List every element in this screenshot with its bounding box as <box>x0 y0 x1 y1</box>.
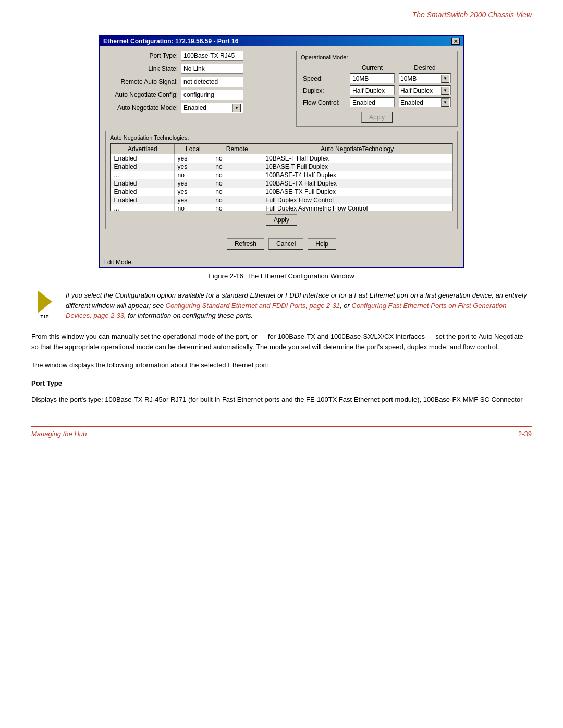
autoneg-cell-advertised: Enabled <box>111 188 175 196</box>
op-apply-row: Apply <box>301 112 453 123</box>
op-flow-desired: Enabled <box>400 99 423 106</box>
op-mode-table: Current Desired Speed: 10MB 10MB <box>301 63 453 108</box>
page-footer: Managing the Hub 2-39 <box>31 426 532 438</box>
refresh-button[interactable]: Refresh <box>227 238 264 250</box>
auto-neg-config-row: Auto Negotiate Config: configuring <box>105 90 291 100</box>
auto-neg-config-value: configuring <box>181 90 243 100</box>
page-header: The SmartSwitch 2000 Chassis View <box>31 10 532 22</box>
link-state-row: Link State: No Link <box>105 64 291 74</box>
footer-right: 2-39 <box>518 430 532 438</box>
autoneg-cell-local: no <box>174 171 212 179</box>
autoneg-header-row: Advertised Local Remote Auto NegotiateTe… <box>111 144 452 154</box>
op-speed-arrow[interactable]: ▼ <box>441 75 449 83</box>
op-flow-arrow[interactable]: ▼ <box>441 98 449 107</box>
op-desired-header: Desired <box>397 63 453 72</box>
op-speed-desired-cell: 10MB ▼ <box>397 72 453 84</box>
autoneg-cell-remote: no <box>212 196 262 204</box>
dialog-body: Port Type: 100Base-TX RJ45 Link State: N… <box>100 46 463 257</box>
autoneg-row: ...nono100BASE-T4 Half Duplex <box>111 171 452 179</box>
tip-end-text: , for information on configuring these p… <box>124 312 253 319</box>
tip-label: TIP <box>40 314 49 319</box>
tip-arrow-shape <box>38 290 52 313</box>
op-current-header: Current <box>348 63 397 72</box>
autoneg-cell-remote: no <box>212 188 262 196</box>
autoneg-cell-technology: 100BASE-TX Full Duplex <box>262 188 452 196</box>
op-speed-row: Speed: 10MB 10MB ▼ <box>301 72 453 84</box>
op-speed-label: Speed: <box>301 72 348 84</box>
auto-neg-mode-select[interactable]: Enabled ▼ <box>181 103 243 113</box>
cancel-button[interactable]: Cancel <box>268 238 303 250</box>
autoneg-row: ...nonoFull Duplex Asymmetric Flow Contr… <box>111 204 452 211</box>
auto-neg-config-label: Auto Negotiate Config: <box>105 91 181 98</box>
close-button[interactable]: ✕ <box>451 38 460 45</box>
autoneg-cell-remote: no <box>212 154 262 163</box>
autoneg-cell-advertised: ... <box>111 204 175 211</box>
autoneg-cell-remote: no <box>212 204 262 211</box>
port-type-row: Port Type: 100Base-TX RJ45 <box>105 51 291 61</box>
port-type-heading: Port Type <box>31 379 532 387</box>
autoneg-apply-row: Apply <box>110 214 453 226</box>
autoneg-cell-local: no <box>174 204 212 211</box>
dialog-title-text: Ethernet Configuration: 172.19.56.59 - P… <box>103 38 238 45</box>
op-flow-desired-cell: Enabled ▼ <box>397 96 453 108</box>
auto-neg-mode-row: Auto Negotiate Mode: Enabled ▼ <box>105 103 291 113</box>
autoneg-tbody: Enabledyesno10BASE-T Half DuplexEnabledy… <box>111 154 452 212</box>
autoneg-section: Auto Negotiation Technologies: Advertise… <box>105 131 458 229</box>
dialog-titlebar: Ethernet Configuration: 172.19.56.59 - P… <box>100 36 463 46</box>
autoneg-col-local: Local <box>174 144 212 154</box>
top-section: Port Type: 100Base-TX RJ45 Link State: N… <box>105 51 458 127</box>
autoneg-cell-technology: Full Duplex Asymmetric Flow Control <box>262 204 452 211</box>
autoneg-row: Enabledyesno100BASE-TX Full Duplex <box>111 188 452 196</box>
autoneg-cell-technology: Full Duplex Flow Control <box>262 196 452 204</box>
autoneg-row: Enabledyesno100BASE-TX Half Duplex <box>111 179 452 188</box>
remote-auto-value: not detected <box>181 77 243 87</box>
port-type-label: Port Type: <box>105 52 181 59</box>
autoneg-cell-advertised: Enabled <box>111 163 175 171</box>
autoneg-table-container[interactable]: Advertised Local Remote Auto NegotiateTe… <box>110 143 453 211</box>
autoneg-cell-remote: no <box>212 179 262 188</box>
figure-caption: Figure 2-16. The Ethernet Configuration … <box>209 272 354 280</box>
tip-middle-text: , or <box>340 302 351 310</box>
autoneg-cell-local: yes <box>174 188 212 196</box>
auto-neg-mode-label: Auto Negotiate Mode: <box>105 104 181 112</box>
port-type-section: Port Type Displays the port's type: 100B… <box>31 379 532 405</box>
tip-link1[interactable]: Configuring Standard Ethernet and FDDI P… <box>166 302 340 310</box>
auto-neg-mode-value: Enabled <box>183 104 206 112</box>
op-apply-button[interactable]: Apply <box>361 112 393 123</box>
op-flow-label: Flow Control: <box>301 96 348 108</box>
left-fields: Port Type: 100Base-TX RJ45 Link State: N… <box>105 51 291 127</box>
remote-auto-row: Remote Auto Signal: not detected <box>105 77 291 87</box>
op-duplex-label: Duplex: <box>301 84 348 96</box>
autoneg-cell-local: yes <box>174 154 212 163</box>
footer-left: Managing the Hub <box>31 430 87 438</box>
autoneg-row: Enabledyesno10BASE-T Half Duplex <box>111 154 452 163</box>
chapter-title: The SmartSwitch 2000 Chassis View <box>31 10 532 22</box>
op-speed-desired-select[interactable]: 10MB ▼ <box>399 73 451 83</box>
help-button[interactable]: Help <box>308 238 336 250</box>
link-state-label: Link State: <box>105 65 181 72</box>
autoneg-row: Enabledyesno10BASE-T Full Duplex <box>111 163 452 171</box>
autoneg-apply-button[interactable]: Apply <box>266 214 297 226</box>
figure-container: Ethernet Configuration: 172.19.56.59 - P… <box>31 35 532 280</box>
op-duplex-desired-select[interactable]: Half Duplex ▼ <box>399 85 451 95</box>
autoneg-cell-advertised: Enabled <box>111 196 175 204</box>
autoneg-cell-local: yes <box>174 163 212 171</box>
autoneg-cell-remote: no <box>212 163 262 171</box>
op-duplex-row: Duplex: Half Duplex Half Duplex ▼ <box>301 84 453 96</box>
autoneg-title: Auto Negotiation Technologies: <box>110 134 453 141</box>
op-flow-desired-select[interactable]: Enabled ▼ <box>399 97 451 107</box>
autoneg-cell-technology: 10BASE-T Half Duplex <box>262 154 452 163</box>
op-flow-current-cell: Enabled <box>348 96 397 108</box>
op-duplex-desired-cell: Half Duplex ▼ <box>397 84 453 96</box>
op-header-row: Current Desired <box>301 63 453 72</box>
autoneg-col-remote: Remote <box>212 144 262 154</box>
op-flow-current: Enabled <box>350 97 395 107</box>
autoneg-col-advertised: Advertised <box>111 144 175 154</box>
link-state-value: No Link <box>181 64 243 74</box>
op-duplex-current-cell: Half Duplex <box>348 84 397 96</box>
auto-neg-mode-arrow[interactable]: ▼ <box>232 104 241 112</box>
body-text-1: From this window you can manually set th… <box>31 331 532 353</box>
op-duplex-current: Half Duplex <box>350 85 395 95</box>
op-duplex-arrow[interactable]: ▼ <box>441 87 449 95</box>
autoneg-table: Advertised Local Remote Auto NegotiateTe… <box>111 144 452 211</box>
